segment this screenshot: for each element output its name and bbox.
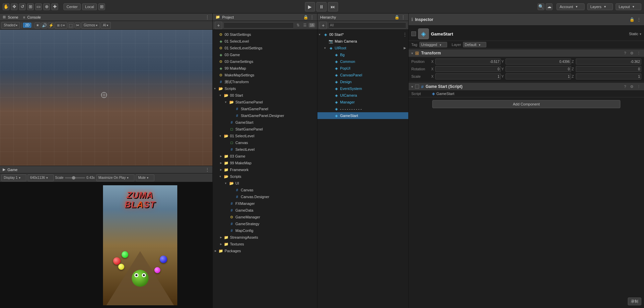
project-tree-item[interactable]: ►📁99 MakeMap [213, 160, 317, 166]
hierarchy-tree-item[interactable]: ▾◈00 Start*⋮ [317, 31, 408, 38]
project-tree[interactable]: ⚙00 StartSettings◈01 SelectLevel⚙01 Sele… [213, 30, 317, 308]
play-btn[interactable]: ▶ [305, 2, 315, 11]
hierarchy-tree-item[interactable]: ◈Manager [317, 99, 408, 105]
step-btn[interactable]: ⏭ [328, 2, 338, 11]
project-tree-item[interactable]: ►📁Packages [213, 247, 317, 254]
hierarchy-tree-item[interactable]: ▾◈UIRoot► [317, 45, 408, 51]
project-tree-item[interactable]: #MapConfig [213, 227, 317, 234]
hand-tool-btn[interactable]: ✋ [3, 3, 9, 10]
inspector-lock-icon[interactable]: 🔒 [629, 17, 635, 22]
project-tree-item[interactable]: □StartGamePanel [213, 126, 317, 133]
game-more-btn[interactable]: ⋮ [205, 167, 210, 172]
project-tree-item[interactable]: #GameStart [213, 119, 317, 126]
project-filter-btn[interactable]: ☰ [302, 22, 308, 28]
lighting-btn[interactable]: ☀ [34, 22, 41, 28]
project-tree-item[interactable]: ►📁StreamingAssets [213, 234, 317, 241]
hierarchy-tree-item[interactable]: ◈EventSystem [317, 85, 408, 92]
gamescript-checkbox[interactable] [415, 85, 419, 89]
transform-help-btn[interactable]: ? [622, 50, 628, 56]
hierarchy-tree-item[interactable]: ◈PopUI [317, 65, 408, 72]
project-tree-item[interactable]: ◈03 Game [213, 51, 317, 58]
scene-tab[interactable]: Scene [8, 15, 18, 19]
layout-dropdown[interactable]: Layout [616, 3, 641, 10]
scale-z-input[interactable] [576, 73, 641, 79]
hierarchy-item-more[interactable]: ► [403, 46, 407, 50]
scale-y-input[interactable] [506, 73, 571, 79]
go-name[interactable]: GameStart [431, 31, 453, 37]
2d-toggle[interactable]: 2D [23, 23, 31, 28]
scene-tool2[interactable]: ✂ [75, 22, 81, 28]
project-tree-item[interactable]: ▾📂StartGamePanel [213, 99, 317, 105]
resolution-dropdown[interactable]: 640x1136 [28, 174, 54, 181]
hierarchy-lock-icon[interactable]: 🔒 [394, 15, 400, 20]
extra-tool-btn[interactable]: ✚ [51, 3, 58, 10]
inspector-more-btn[interactable]: ⋮ [637, 17, 641, 22]
static-arrow[interactable]: ▾ [640, 32, 641, 36]
project-lock-icon[interactable]: 🔒 [303, 15, 308, 20]
project-search-input[interactable] [224, 22, 294, 28]
search-btn[interactable]: 🔍 [538, 3, 544, 10]
console-tab[interactable]: Console [27, 15, 41, 19]
project-tree-item[interactable]: #FXManager [213, 200, 317, 207]
hierarchy-tree-item[interactable]: ◈CanvasPanel [317, 72, 408, 78]
record-btn[interactable]: 录制 [628, 298, 641, 305]
project-tree-item[interactable]: ►📁03 Game [213, 153, 317, 160]
rotate-tool-btn[interactable]: ↺ [19, 3, 26, 10]
pos-x-input[interactable] [435, 58, 501, 65]
project-tree-item[interactable]: ▾📂00 Start [213, 92, 317, 99]
project-tree-item[interactable]: ◈01 SelectLevel [213, 38, 317, 45]
transform-header[interactable]: ▾ ⊞ Transform ? ⚙ ⋮ [409, 49, 644, 57]
scene-tool1[interactable]: ⬚ [68, 22, 74, 28]
game-tab[interactable]: Game [7, 168, 18, 172]
project-tree-item[interactable]: #StartGamePanel.Designer [213, 112, 317, 119]
go-active-checkbox[interactable] [411, 31, 416, 36]
project-tree-item[interactable]: ⚙MakeMapSettings [213, 72, 317, 78]
transform-more-btn[interactable]: ⋮ [636, 50, 641, 56]
scene-more-btn[interactable]: ⋮ [205, 15, 210, 20]
pos-z-input[interactable] [576, 58, 641, 65]
scale-tool-btn[interactable]: ⊞ [27, 3, 34, 10]
project-tree-item[interactable]: ▾📂UI [213, 180, 317, 187]
hierarchy-tree-item[interactable]: ◈- - - - - - - - - - [317, 105, 408, 112]
maximize-btn[interactable]: Maximize On Play [96, 174, 135, 181]
grid-btn[interactable]: ⊞ [98, 3, 105, 10]
rot-y-input[interactable] [506, 66, 571, 72]
layer-dropdown[interactable]: Default [463, 42, 486, 47]
gamescript-help-btn[interactable]: ? [622, 84, 628, 89]
hierarchy-tree-item[interactable]: ◈Design [317, 78, 408, 85]
project-tree-item[interactable]: #GameData [213, 207, 317, 214]
pos-y-input[interactable] [506, 58, 571, 65]
project-tree-item[interactable]: ►📁Textures [213, 241, 317, 247]
project-tree-item[interactable]: #Canvas.Designer [213, 193, 317, 200]
cloud-btn[interactable]: ☁ [546, 3, 552, 10]
hierarchy-tree-item[interactable]: ◈Common [317, 58, 408, 65]
project-tree-item[interactable]: #GameStrategy [213, 220, 317, 227]
hierarchy-tree-item[interactable]: 📷Main Camera [317, 38, 408, 45]
project-tree-item[interactable]: #Canvas [213, 187, 317, 193]
rect-tool-btn[interactable]: ▭ [35, 3, 42, 10]
project-tree-item[interactable]: #StartGamePanel [213, 105, 317, 112]
gizmos-dropdown[interactable]: Gizmos [81, 22, 100, 29]
pause-btn[interactable]: ⏸ [316, 2, 327, 11]
gamescript-header[interactable]: ▾ # Game Start (Script) ? ⚙ ⋮ [409, 83, 644, 90]
scale-slider-track[interactable] [65, 177, 85, 179]
transform-settings-btn[interactable]: ⚙ [629, 50, 635, 56]
overlay-dropdown[interactable]: ⊞ 0 [55, 22, 67, 29]
move-tool-btn[interactable]: ✥ [11, 3, 18, 10]
hierarchy-tree-item[interactable]: ◈GameStart [317, 112, 408, 119]
rot-z-input[interactable] [576, 66, 641, 72]
effects-btn[interactable]: ⚡ [48, 22, 54, 28]
project-sort-btn[interactable]: ⇅ [295, 22, 301, 28]
shaded-dropdown[interactable]: Shaded [1, 22, 20, 29]
project-tree-item[interactable]: ▾📂Scripts [213, 85, 317, 92]
hierarchy-add-btn[interactable]: + [319, 22, 327, 29]
hierarchy-tree-item[interactable]: ◈UICamera [317, 92, 408, 99]
project-tree-item[interactable]: ⚙GameManager [213, 214, 317, 220]
hierarchy-more-btn[interactable]: ⋮ [401, 15, 406, 20]
project-tree-item[interactable]: □Canvas [213, 139, 317, 146]
game-viewport[interactable]: ZUMABLAST [0, 182, 212, 308]
hierarchy-tree[interactable]: ▾◈00 Start*⋮📷Main Camera▾◈UIRoot►◈Bg◈Com… [317, 30, 408, 308]
tag-dropdown[interactable]: Untagged [419, 42, 447, 47]
ai-dropdown[interactable]: AI [101, 22, 111, 29]
gamescript-settings-btn[interactable]: ⚙ [629, 84, 635, 89]
